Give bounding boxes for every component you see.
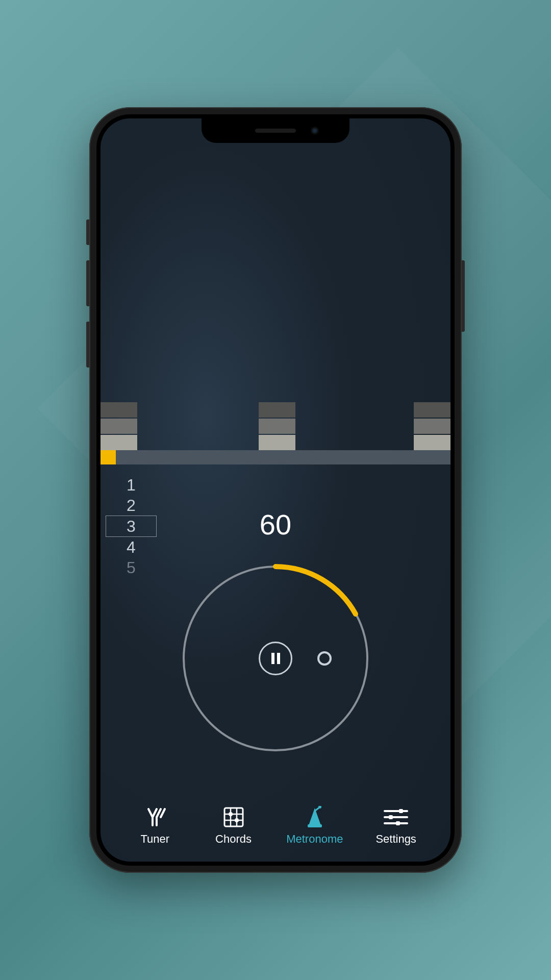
beat-bar-2 xyxy=(259,401,295,450)
svg-rect-13 xyxy=(399,809,403,813)
svg-rect-14 xyxy=(389,815,393,819)
tempo-dial[interactable] xyxy=(179,561,372,755)
tab-label: Metronome xyxy=(286,832,343,846)
beats-per-measure-picker[interactable]: 1 2 3 4 5 xyxy=(101,475,162,578)
phone-mute-switch xyxy=(86,219,89,245)
tab-settings[interactable]: Settings xyxy=(370,806,421,846)
beat-progress-track[interactable] xyxy=(101,450,450,464)
pause-icon xyxy=(271,653,280,664)
tab-tuner[interactable]: Tuner xyxy=(130,806,181,846)
metronome-app: 1 2 3 4 5 60 xyxy=(101,118,450,862)
dial-progress-arc xyxy=(276,567,356,614)
phone-camera xyxy=(311,127,319,135)
phone-volume-up xyxy=(86,260,89,306)
svg-point-6 xyxy=(235,818,239,822)
bpm-display: 60 xyxy=(260,508,291,541)
phone-notch xyxy=(202,118,349,143)
tab-chords[interactable]: Chords xyxy=(208,806,259,846)
beat-visualizer xyxy=(101,374,450,450)
tab-label: Settings xyxy=(375,832,416,846)
tap-tempo-button[interactable] xyxy=(317,651,332,666)
svg-rect-9 xyxy=(308,824,322,827)
svg-rect-15 xyxy=(396,821,400,825)
chord-grid-icon xyxy=(221,806,246,828)
screen: 1 2 3 4 5 60 xyxy=(101,118,450,862)
beat-option[interactable]: 4 xyxy=(101,537,162,557)
sliders-icon xyxy=(383,806,409,828)
svg-point-5 xyxy=(229,812,233,816)
tab-label: Chords xyxy=(215,832,252,846)
metronome-icon xyxy=(302,806,328,828)
beat-option[interactable]: 1 xyxy=(101,475,162,495)
phone-speaker xyxy=(255,129,296,133)
beat-option-selected[interactable]: 3 xyxy=(106,516,157,537)
svg-rect-0 xyxy=(224,808,243,826)
beat-progress-indicator xyxy=(101,450,116,464)
tab-label: Tuner xyxy=(141,832,170,846)
play-pause-button[interactable] xyxy=(259,642,292,675)
tab-metronome[interactable]: Metronome xyxy=(286,806,343,846)
beat-bar-1 xyxy=(101,401,137,450)
beat-option[interactable]: 2 xyxy=(101,495,162,516)
phone-volume-down xyxy=(86,322,89,368)
controls-area: 1 2 3 4 5 60 xyxy=(101,464,450,800)
tuning-fork-icon xyxy=(142,806,168,828)
tab-bar: Tuner xyxy=(101,800,450,862)
phone-frame: 1 2 3 4 5 60 xyxy=(89,107,462,873)
phone-power-button xyxy=(462,260,465,332)
beat-bar-3 xyxy=(414,401,450,450)
beat-option[interactable]: 5 xyxy=(101,557,162,578)
